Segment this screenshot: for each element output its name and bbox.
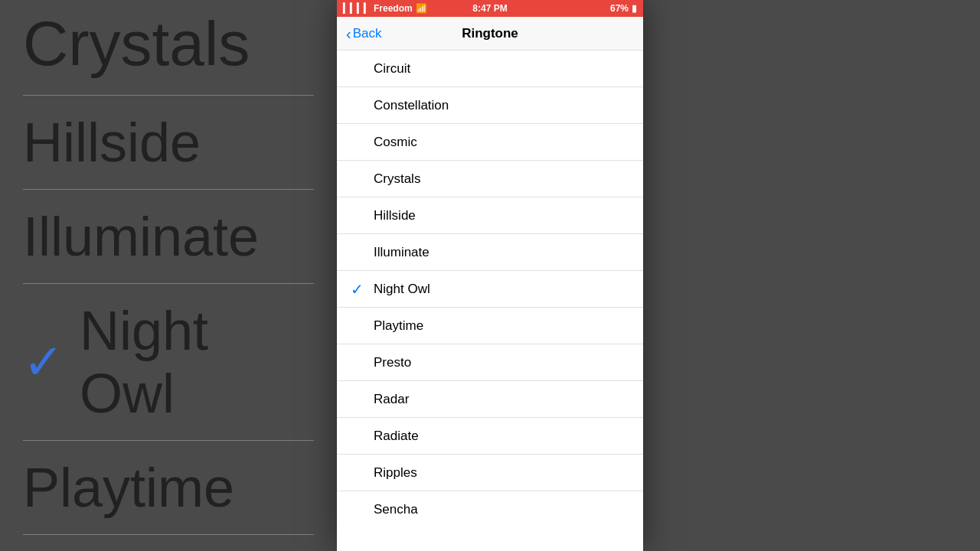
ringtone-item-cosmic[interactable]: Cosmic — [337, 124, 643, 161]
ringtone-item-night-owl[interactable]: ✓Night Owl — [337, 271, 643, 308]
status-right: 67% ▮ — [610, 3, 637, 14]
ringtone-name-playtime: Playtime — [374, 318, 631, 334]
ringtone-name-radiate: Radiate — [374, 429, 631, 444]
battery-icon: ▮ — [632, 3, 637, 14]
ringtone-name-crystals: Crystals — [374, 171, 631, 187]
status-time: 8:47 PM — [472, 3, 507, 14]
ringtone-list[interactable]: CircuitConstellationCosmicCrystalsHillsi… — [337, 51, 643, 551]
ringtone-item-presto[interactable]: Presto — [337, 344, 643, 381]
ringtone-name-night-owl: Night Owl — [374, 282, 631, 297]
ringtone-item-crystals[interactable]: Crystals — [337, 161, 643, 197]
bg-crystals-label: Crystals — [23, 8, 250, 80]
status-bar: ▎▎▎▎ Freedom 📶 8:47 PM 67% ▮ — [337, 0, 643, 17]
carrier-name: Freedom — [374, 3, 413, 14]
ringtone-name-circuit: Circuit — [374, 61, 631, 77]
bg-night-owl-label: Night Owl — [80, 299, 314, 425]
back-label: Back — [353, 26, 382, 41]
chevron-left-icon: ‹ — [346, 26, 351, 41]
bg-hillside: Hillside — [23, 96, 314, 190]
ringtone-item-radar[interactable]: Radar — [337, 381, 643, 418]
bg-hillside-label: Hillside — [23, 111, 201, 174]
ringtone-name-ripples: Ripples — [374, 465, 631, 481]
ringtone-item-radiate[interactable]: Radiate — [337, 418, 643, 455]
ringtone-item-playtime[interactable]: Playtime — [337, 308, 643, 344]
check-icon-night-owl: ✓ — [349, 280, 364, 298]
ringtone-name-illuminate: Illuminate — [374, 245, 631, 260]
nav-title: Ringtone — [462, 26, 518, 41]
ringtone-item-constellation[interactable]: Constellation — [337, 87, 643, 124]
bg-illuminate: Illuminate — [23, 190, 314, 284]
ringtone-name-sencha: Sencha — [374, 502, 631, 517]
bg-night-owl: ✓ Night Owl — [23, 284, 314, 441]
nav-bar: ‹ Back Ringtone — [337, 17, 643, 51]
ringtone-name-hillside: Hillside — [374, 208, 631, 223]
ringtone-item-circuit[interactable]: Circuit — [337, 51, 643, 87]
ringtone-name-cosmic: Cosmic — [374, 135, 631, 150]
ringtone-item-illuminate[interactable]: Illuminate — [337, 234, 643, 271]
status-left: ▎▎▎▎ Freedom 📶 — [343, 3, 427, 14]
bg-playtime-label: Playtime — [23, 456, 234, 519]
bg-illuminate-label: Illuminate — [23, 205, 259, 268]
bg-playtime: Playtime — [23, 441, 314, 535]
ringtone-item-ripples[interactable]: Ripples — [337, 455, 643, 491]
phone-modal: ▎▎▎▎ Freedom 📶 8:47 PM 67% ▮ ‹ Back Ring… — [337, 0, 643, 551]
bg-check-icon: ✓ — [23, 334, 64, 390]
ringtone-item-hillside[interactable]: Hillside — [337, 197, 643, 234]
bg-crystals: Crystals — [23, 0, 314, 96]
back-button[interactable]: ‹ Back — [346, 26, 381, 41]
ringtone-name-presto: Presto — [374, 355, 631, 370]
ringtone-item-sencha[interactable]: Sencha — [337, 491, 643, 528]
ringtone-name-constellation: Constellation — [374, 98, 631, 113]
wifi-icon: 📶 — [416, 3, 427, 14]
battery-percent: 67% — [610, 3, 629, 14]
ringtone-name-radar: Radar — [374, 392, 631, 407]
signal-bars-icon: ▎▎▎▎ — [343, 3, 371, 14]
background-left: Crystals Hillside Illuminate ✓ Night Owl… — [0, 0, 337, 551]
